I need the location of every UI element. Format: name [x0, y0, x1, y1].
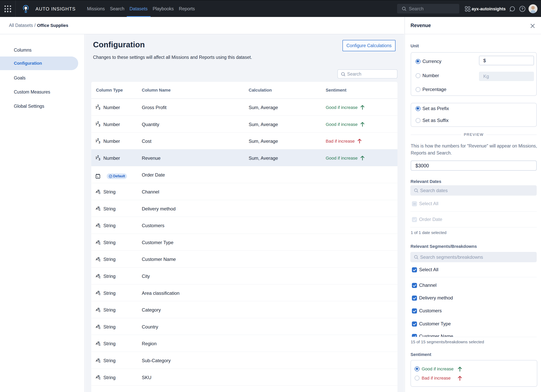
svg-text:C: C	[99, 259, 101, 262]
svg-text:3: 3	[99, 107, 100, 110]
svg-text:C: C	[99, 309, 101, 312]
svg-text:3: 3	[99, 124, 100, 127]
svg-text:C: C	[99, 242, 101, 245]
svg-text:C: C	[99, 326, 101, 329]
svg-text:C: C	[99, 225, 101, 228]
svg-text:C: C	[99, 377, 101, 380]
svg-text:C: C	[99, 360, 101, 363]
svg-text:C: C	[99, 343, 101, 346]
svg-text:C: C	[99, 191, 101, 194]
svg-text:?: ?	[521, 7, 524, 11]
svg-text:C: C	[99, 208, 101, 211]
svg-text:3: 3	[99, 158, 100, 161]
svg-text:C: C	[99, 275, 101, 279]
svg-text:3: 3	[99, 141, 100, 144]
svg-text:C: C	[99, 292, 101, 295]
